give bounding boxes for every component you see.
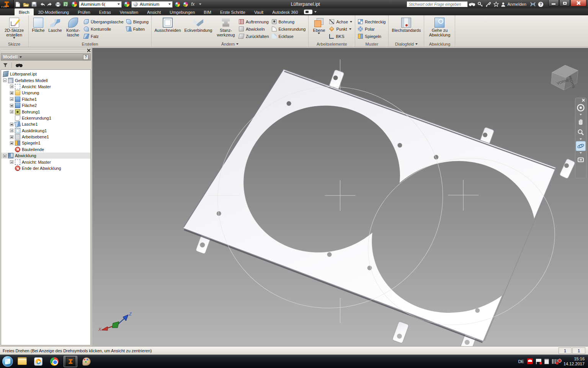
material-combobox[interactable]: Aluminium 6( [79,1,122,8]
navbar-caret-icon[interactable] [580,138,582,140]
expand-icon[interactable] [10,85,13,88]
browser-close-icon[interactable] [87,48,91,53]
communication-button[interactable] [484,1,492,8]
close-button[interactable] [570,0,586,7]
tree-item-bauteilende[interactable]: Bauteilende [1,146,90,153]
tree-item-flaeche1[interactable]: Fläche1 [1,96,90,102]
expand-icon[interactable] [10,141,13,145]
expand-icon[interactable] [10,110,13,113]
polar-button[interactable]: Polar [357,26,386,32]
adjust-button[interactable] [173,1,181,8]
undo-button[interactable] [38,1,46,8]
ribbon-display-caret-icon[interactable] [314,11,317,13]
filter-icon[interactable] [3,63,8,67]
collapse-icon[interactable] [3,154,7,158]
pan-button[interactable] [576,117,586,127]
clear-overrides-button[interactable] [181,1,189,8]
lasche-button[interactable]: Lasche [47,17,63,33]
search-input[interactable] [407,1,468,7]
help-button[interactable]: ? [537,1,545,8]
tree-item-ende-der-abwicklung[interactable]: Ende der Abwicklung [1,165,90,171]
tree-item-ansicht-master-2[interactable]: Ansicht: Master [1,159,90,165]
clock[interactable]: 15:16 14.12.2017 [564,356,585,366]
clipboard-tray-icon[interactable] [544,359,549,364]
group-label-aendern[interactable]: Ändern [152,41,308,47]
tab-3d-modellierung[interactable]: 3D-Modellierung [34,8,74,15]
group-label-muster[interactable]: Muster [355,41,388,47]
konturrolle-button[interactable]: Konturrolle [83,26,124,32]
tab-pruefen[interactable]: Prüfen [74,8,94,15]
taskbar-paint-button[interactable] [80,356,93,367]
collapse-icon[interactable] [3,79,7,82]
bks-button[interactable]: BKS [328,33,353,39]
avira-tray-icon[interactable] [527,358,533,364]
group-label-dialogfeld[interactable]: Dialogfeld [389,41,424,47]
ausschneiden-button[interactable]: Ausschneiden [154,17,182,33]
tree-item-abwicklung[interactable]: Abwicklung [1,153,90,159]
group-label-erstellen[interactable]: Erstellen [29,41,151,47]
2d-skizze-erstellen-button[interactable]: 2D-Skizze erstellen [2,17,26,39]
favorites-button[interactable] [492,1,500,8]
open-file-button[interactable] [22,1,30,8]
konturlasche-button[interactable]: Kontur­lasche [64,17,82,37]
taskbar-media-player-button[interactable] [31,356,45,367]
browser-help-button[interactable]: ? [83,54,88,60]
appearance-sphere-button[interactable] [122,1,131,8]
start-button[interactable] [2,356,13,367]
viewcube[interactable]: VORNE RECHTS [546,61,583,94]
render-button[interactable] [70,1,78,8]
bohrung-button[interactable]: Bohrung [271,19,307,25]
eckenrundung-button[interactable]: Eckenrundung [271,26,307,32]
tree-item-lasche1[interactable]: Lasche1 [1,121,90,127]
tree-item-ansicht-master[interactable]: Ansicht: Master [1,84,90,90]
expand-icon[interactable] [10,160,13,164]
eckfase-button[interactable]: Eckfase [271,33,307,39]
language-indicator[interactable]: DE [518,359,524,364]
navbar-close-icon[interactable] [581,99,585,102]
falz-button[interactable]: Falz [83,33,124,39]
sign-in-button[interactable]: Anmelden [500,1,529,8]
taskbar-inventor-button[interactable] [64,356,77,367]
tab-erste-schritte[interactable]: Erste Schritte [216,8,250,15]
browser-search-icon[interactable] [16,63,23,67]
flaeche-button[interactable]: Fläche [31,17,46,33]
navbar-caret-icon[interactable] [580,114,582,115]
tab-blech[interactable]: Blech [15,8,34,15]
expand-icon[interactable] [10,91,13,95]
tree-item-arbeitsebene1[interactable]: Arbeitsebene1 [1,134,90,140]
tab-verwalten[interactable]: Verwalten [116,8,142,15]
group-label-arbeitselemente[interactable]: Arbeitselemente [309,41,355,47]
browser-title-caret-icon[interactable] [20,56,22,58]
tab-autodesk-360[interactable]: Autodesk 360 [268,8,302,15]
subscription-button[interactable] [476,1,484,8]
orbit-button[interactable] [576,141,586,151]
expand-icon[interactable] [10,123,13,126]
minimize-button[interactable] [548,0,559,7]
rechteckig-button[interactable]: Rechteckig [357,19,386,25]
falten-button[interactable]: Falten [126,26,149,32]
tree-item-gefaltetes-modell[interactable]: Gefaltetes Modell [1,77,90,83]
stanzwerkzeug-button[interactable]: Stanz­werkzeug [215,17,237,37]
qat-customize-button[interactable] [196,1,204,8]
expand-icon[interactable] [10,104,13,107]
expand-icon[interactable] [10,135,13,139]
action-center-icon[interactable] [536,359,541,364]
auftrennung-button[interactable]: Auftrennung [238,19,270,25]
ebene-button[interactable]: Ebene [310,17,327,34]
biegung-button[interactable]: Biegung [126,19,149,25]
tab-ansicht[interactable]: Ansicht [143,8,165,15]
taskbar-chrome-button[interactable] [47,356,61,367]
tree-item-spiegeln1[interactable]: Spiegeln1 [1,140,90,146]
tab-extras[interactable]: Extras [95,8,115,15]
redo-button[interactable] [46,1,54,8]
return-button[interactable] [62,1,70,8]
uebergangslasche-button[interactable]: Übergangslasche [83,19,124,25]
application-menu-button[interactable]: PRO [0,0,14,8]
zoom-button[interactable] [576,127,586,137]
network-icon[interactable] [552,359,557,364]
eckverbindung-button[interactable]: Eckverbindung [183,17,214,33]
expand-icon[interactable] [10,97,13,101]
group-label-abwicklung[interactable]: Abwicklung [424,41,455,47]
tree-item-ausklinkung1[interactable]: Ausklinkung1 [1,128,90,134]
tab-bim[interactable]: BIM [199,8,216,15]
